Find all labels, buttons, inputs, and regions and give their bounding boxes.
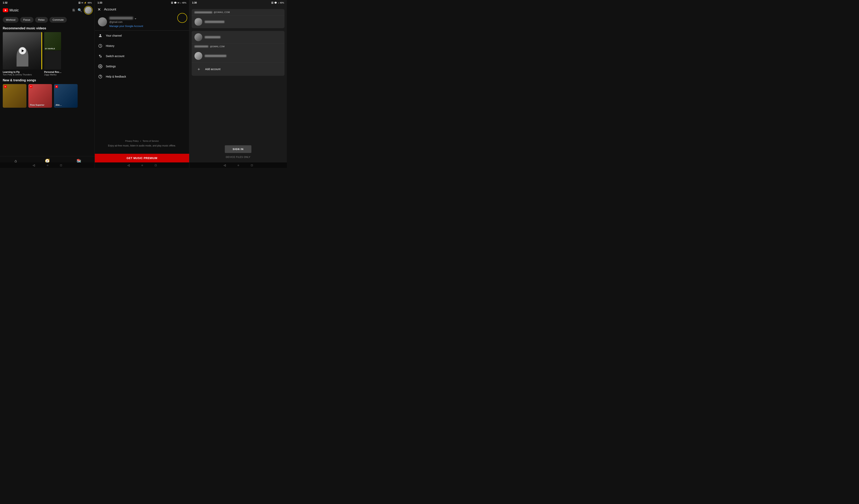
switch-account-label: Switch account [106, 54, 124, 58]
settings-label: Settings [106, 65, 116, 68]
menu-item-help[interactable]: Help & feedback [95, 72, 189, 82]
video-card-2[interactable]: GY MARLE Personal Rev… Ziggy Marley [44, 32, 61, 76]
sys-nav-1: ◁ ○ □ [0, 162, 94, 168]
account-name-2 [205, 36, 221, 38]
account-item-1[interactable] [192, 16, 285, 28]
trending-label-alte: Alte… [56, 104, 62, 106]
footer-links: Privacy Policy • Terms of Service [97, 140, 186, 142]
channel-icon [98, 33, 103, 38]
card-yt-icon-3 [55, 85, 58, 88]
video-thumb-secondary: GY MARLE [44, 32, 61, 69]
svg-point-0 [100, 34, 101, 36]
home-btn-1[interactable]: ○ [47, 163, 48, 167]
recommended-section-title: Recommended music videos [0, 24, 94, 32]
video-title-2: Personal Rev… [44, 71, 61, 74]
avatar-image-1 [194, 18, 202, 26]
menu-item-channel[interactable]: Your channel [95, 31, 189, 41]
marley-text: GY MARLE [45, 48, 55, 50]
close-button[interactable]: ✕ [97, 7, 101, 12]
email-blur-1 [194, 12, 212, 13]
search-icon[interactable]: 🔍 [78, 8, 82, 12]
channel-label: Your channel [106, 34, 122, 37]
status-bar-3: 1:30 🖼 💬 ♪ 49% [189, 0, 287, 5]
account-avatar-3 [194, 52, 202, 60]
footer-dot: • [140, 140, 141, 142]
cast-icon[interactable]: ⎘ [73, 8, 75, 12]
user-avatar[interactable] [85, 7, 92, 14]
thumb-img-bottom [44, 51, 61, 69]
music-icon-3: ♪ [278, 2, 279, 4]
sys-nav-2: ◁ ○ □ [95, 162, 189, 168]
app-name: Music [10, 8, 19, 12]
profile-name-row: ⌄ [109, 16, 186, 20]
device-files-button[interactable]: DEVICE FILES ONLY [226, 156, 251, 158]
chip-focus[interactable]: Focus [20, 17, 33, 22]
account-footer: Privacy Policy • Terms of Service Enjoy … [95, 137, 189, 150]
privacy-policy-link[interactable]: Privacy Policy [125, 140, 138, 142]
chevron-down-icon[interactable]: ⌄ [134, 16, 137, 20]
status-icons-1: 🖼 ✉ ⚡ 48% [78, 2, 92, 4]
trending-card-3[interactable]: Alte… [54, 84, 78, 108]
home-btn-2[interactable]: ○ [141, 163, 143, 167]
menu-item-history[interactable]: History [95, 41, 189, 51]
card-yt-icon-2 [30, 85, 32, 88]
manage-account-link[interactable]: Manage your Google Account [109, 25, 186, 28]
account-item-3[interactable] [192, 50, 285, 62]
account-list: @GMAIL.COM @GMAIL.COM [189, 5, 287, 79]
status-icons-3: 🖼 💬 ♪ 49% [271, 2, 284, 4]
recent-btn-3[interactable]: □ [251, 163, 253, 167]
avatar-image [85, 7, 92, 14]
recent-btn-2[interactable]: □ [155, 163, 156, 167]
footer-description: Enjoy ad-free music, listen in audio mod… [97, 144, 186, 147]
svg-point-4 [100, 66, 101, 67]
youtube-icon [3, 8, 8, 12]
status-bar-1: 1:32 🖼 ✉ ⚡ 48% [0, 0, 94, 5]
svg-point-3 [101, 56, 102, 58]
trending-card-2[interactable]: Flow Superior [28, 84, 52, 108]
profile-email: @gmail.com [109, 21, 186, 23]
add-account-label: Add account [205, 67, 221, 71]
header-actions: ⎘ 🔍 [73, 7, 92, 14]
youtube-music-logo: Music [3, 8, 19, 12]
music-icon-2: ♪ [180, 2, 181, 4]
trending-card-1[interactable] [3, 84, 26, 108]
profile-info: ⌄ @gmail.com Manage your Google Account [109, 16, 186, 28]
help-icon [98, 74, 103, 79]
tos-link[interactable]: Terms of Service [142, 140, 159, 142]
add-account-icon: ＋ [195, 65, 203, 73]
back-btn-2[interactable]: ◁ [127, 163, 130, 167]
gmail-suffix-1: @GMAIL.COM [214, 11, 230, 13]
menu-item-switch[interactable]: Switch account [95, 51, 189, 61]
account-email-header-2: @GMAIL.COM [192, 44, 285, 50]
profile-name-blur [109, 17, 133, 19]
recent-btn-1[interactable]: □ [60, 163, 62, 167]
status-time-3: 1:30 [192, 1, 197, 4]
battery-icon-3: 49% [280, 2, 284, 4]
video-row: Learning to Fly Tom Petty & Johnny Thund… [0, 32, 94, 76]
premium-button[interactable]: GET MUSIC PREMIUM [95, 154, 189, 162]
card-yt-icon-1 [4, 85, 7, 88]
email-icon: ✉ [81, 2, 83, 4]
avatar-image-3 [194, 52, 202, 60]
email-blur-2 [194, 46, 208, 47]
menu-item-settings[interactable]: Settings [95, 61, 189, 72]
avatar-image-2 [194, 33, 202, 41]
home-btn-3[interactable]: ○ [238, 163, 239, 167]
account-avatar-ring[interactable] [85, 7, 92, 14]
account-name-1 [205, 21, 224, 23]
video-info-2: Personal Rev… Ziggy Marley [44, 69, 61, 76]
play-button[interactable] [19, 47, 26, 54]
msg-icon-3: 💬 [274, 2, 277, 4]
chip-commute[interactable]: Commute [49, 17, 67, 22]
sign-in-button[interactable]: SIGN IN [225, 145, 252, 153]
account-email-header-1: @GMAIL.COM [192, 9, 285, 16]
back-btn-3[interactable]: ◁ [224, 163, 226, 167]
chip-relax[interactable]: Relax [35, 17, 48, 22]
chip-workout[interactable]: Workout [3, 17, 18, 22]
account-item-2[interactable] [192, 31, 285, 44]
add-account-row[interactable]: ＋ Add account [192, 62, 285, 76]
video-card-1[interactable]: Learning to Fly Tom Petty & Johnny Thund… [3, 32, 42, 76]
back-btn-1[interactable]: ◁ [33, 163, 35, 167]
video-thumb-main [3, 32, 42, 69]
account-profile-section: ⌄ @gmail.com Manage your Google Account [95, 13, 189, 31]
